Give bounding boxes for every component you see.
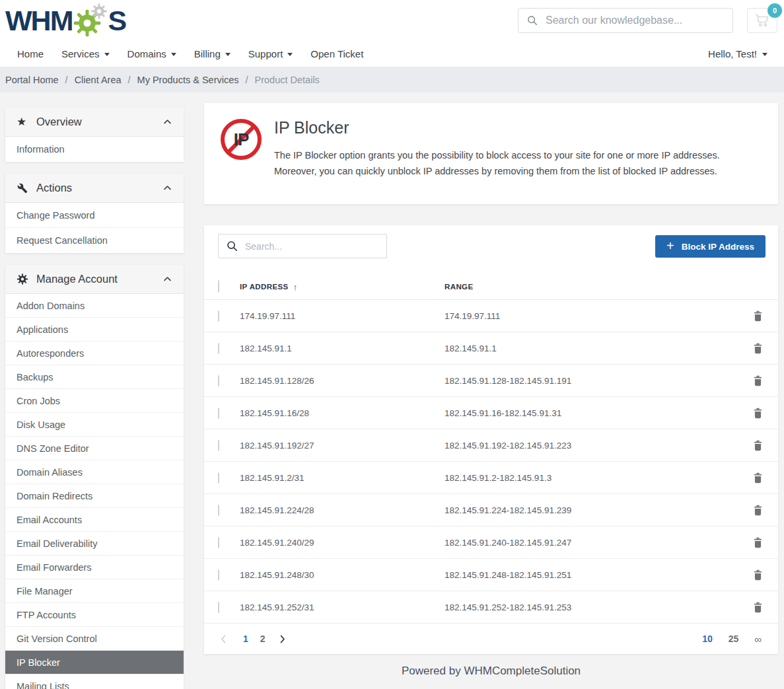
- column-header-ip-address[interactable]: IP ADDRESS ↑: [240, 282, 445, 292]
- breadcrumb: Portal Home / Client Area / My Products …: [0, 67, 784, 92]
- row-checkbox[interactable]: [218, 408, 219, 419]
- ip-cell: 182.145.91.128/26: [240, 376, 445, 386]
- breadcrumb-my-products[interactable]: My Products & Services: [137, 75, 239, 85]
- sidebar-item-autoresponders[interactable]: Autoresponders: [5, 342, 184, 365]
- nav-item-services[interactable]: Services: [61, 48, 110, 59]
- user-menu[interactable]: Hello, Test!: [708, 48, 767, 59]
- row-checkbox[interactable]: [218, 310, 219, 322]
- plus-icon: +: [666, 239, 674, 252]
- panel-manage-account-header[interactable]: Manage Account: [5, 265, 184, 294]
- cart-icon: [754, 13, 771, 28]
- range-cell: 182.145.91.240-182.145.91.247: [445, 538, 739, 548]
- delete-button[interactable]: [750, 308, 766, 324]
- nav-item-domains[interactable]: Domains: [127, 48, 176, 59]
- nav-item-home[interactable]: Home: [17, 48, 44, 59]
- row-checkbox[interactable]: [218, 343, 219, 354]
- nav-item-support[interactable]: Support: [248, 48, 293, 59]
- sidebar-item-email-accounts[interactable]: Email Accounts: [5, 508, 184, 532]
- panel-overview-header[interactable]: ★ Overview: [5, 108, 184, 137]
- sidebar-item-request-cancellation[interactable]: Request Cancellation: [5, 228, 184, 253]
- delete-button[interactable]: [750, 567, 766, 583]
- row-checkbox[interactable]: [218, 569, 219, 581]
- star-icon: ★: [17, 116, 28, 127]
- delete-button[interactable]: [750, 373, 766, 389]
- page-size-25[interactable]: 25: [729, 634, 739, 644]
- logo-text-left: WHM: [5, 7, 72, 35]
- delete-button[interactable]: [750, 340, 766, 357]
- knowledgebase-search-input[interactable]: [546, 15, 725, 26]
- cart-button[interactable]: 0: [747, 8, 777, 33]
- page-number-2[interactable]: 2: [260, 634, 266, 644]
- nav-item-open-ticket[interactable]: Open Ticket: [310, 48, 363, 59]
- product-description: The IP Blocker option grants you the pos…: [274, 147, 762, 179]
- search-icon: [226, 240, 238, 252]
- sidebar-item-cron-jobs[interactable]: Cron Jobs: [5, 389, 184, 413]
- table-row: 182.145.91.248/30 182.145.91.248-182.145…: [204, 559, 778, 591]
- range-cell: 182.145.91.128-182.145.91.191: [445, 376, 739, 386]
- row-checkbox[interactable]: [218, 602, 219, 613]
- page-number-1[interactable]: 1: [243, 634, 248, 644]
- sidebar-item-git-version-control[interactable]: Git Version Control: [5, 627, 184, 651]
- sidebar-item-domain-aliases[interactable]: Domain Aliases: [5, 460, 184, 484]
- range-cell: 182.145.91.252-182.145.91.253: [445, 602, 739, 612]
- delete-button[interactable]: [750, 502, 766, 519]
- sidebar-item-ip-blocker[interactable]: IP Blocker: [5, 651, 184, 674]
- delete-button[interactable]: [750, 470, 766, 486]
- delete-button[interactable]: [750, 599, 766, 616]
- table-search-input[interactable]: [245, 241, 379, 252]
- sidebar-item-backups[interactable]: Backups: [5, 365, 184, 389]
- sidebar-item-applications[interactable]: Applications: [5, 318, 184, 342]
- block-ip-address-button[interactable]: + Block IP Address: [655, 235, 766, 258]
- page-previous-icon[interactable]: [219, 634, 229, 644]
- sidebar-item-dns-zone-editor[interactable]: DNS Zone Editor: [5, 437, 184, 460]
- sidebar-item-change-password[interactable]: Change Password: [5, 203, 184, 228]
- nav-item-billing[interactable]: Billing: [194, 48, 231, 59]
- sidebar-item-ftp-accounts[interactable]: FTP Accounts: [5, 603, 184, 627]
- delete-button[interactable]: [750, 437, 766, 454]
- ip-cell: 182.145.91.1: [240, 344, 445, 353]
- row-checkbox[interactable]: [218, 375, 219, 386]
- ip-table-card: + Block IP Address IP ADDRESS ↑ RANGE 17…: [204, 225, 778, 654]
- sidebar-item-disk-usage[interactable]: Disk Usage: [5, 413, 184, 437]
- table-row: 182.145.91.128/26 182.145.91.128-182.145…: [204, 365, 778, 397]
- knowledgebase-search: [518, 8, 733, 33]
- delete-button[interactable]: [750, 405, 766, 421]
- sidebar-item-information[interactable]: Information: [5, 137, 184, 162]
- sidebar-item-email-forwarders[interactable]: Email Forwarders: [5, 556, 184, 579]
- table-row: 182.145.91.2/31 182.145.91.2-182.145.91.…: [204, 462, 778, 494]
- breadcrumb-current: Product Details: [255, 75, 320, 85]
- sidebar-item-addon-domains[interactable]: Addon Domains: [5, 294, 184, 318]
- sidebar-item-mailing-lists[interactable]: Mailing Lists: [5, 674, 184, 689]
- sidebar-item-email-deliverability[interactable]: Email Deliverability: [5, 532, 184, 556]
- row-checkbox[interactable]: [218, 505, 219, 516]
- sidebar-item-domain-redirects[interactable]: Domain Redirects: [5, 484, 184, 508]
- wrench-icon: [17, 183, 28, 194]
- delete-button[interactable]: [750, 534, 766, 551]
- logo-gear-icon: [73, 3, 108, 38]
- trash-icon: [752, 536, 764, 550]
- page-size-all[interactable]: ∞: [754, 634, 762, 645]
- pagination: 1 2 10 25 ∞: [204, 624, 778, 654]
- breadcrumb-client-area[interactable]: Client Area: [75, 75, 122, 85]
- table-row: 182.145.91.240/29 182.145.91.240-182.145…: [204, 526, 778, 559]
- page-next-icon[interactable]: [277, 634, 287, 644]
- top-header: WHM S 0: [0, 0, 784, 41]
- range-cell: 182.145.91.16-182.145.91.31: [445, 408, 739, 418]
- table-row: 174.19.97.111 174.19.97.111: [204, 300, 778, 332]
- page-size-10[interactable]: 10: [702, 634, 713, 644]
- table-row: 182.145.91.1 182.145.91.1: [204, 332, 778, 365]
- panel-manage-account: Manage Account Addon Domains Application…: [5, 265, 184, 689]
- table-row: 182.145.91.192/27 182.145.91.192-182.145…: [204, 429, 778, 462]
- range-cell: 182.145.91.192-182.145.91.223: [445, 441, 739, 451]
- sidebar-item-file-manager[interactable]: File Manager: [5, 579, 184, 603]
- column-header-range[interactable]: RANGE: [445, 283, 739, 291]
- whmcs-logo[interactable]: WHM S: [5, 3, 125, 38]
- breadcrumb-portal-home[interactable]: Portal Home: [5, 75, 59, 85]
- select-all-checkbox[interactable]: [218, 280, 219, 293]
- row-checkbox[interactable]: [218, 537, 219, 548]
- row-checkbox[interactable]: [218, 440, 219, 451]
- ip-blocker-icon: IP: [221, 119, 262, 160]
- panel-actions-header[interactable]: Actions: [5, 174, 184, 203]
- chevron-down-icon: [225, 53, 231, 56]
- row-checkbox[interactable]: [218, 472, 219, 484]
